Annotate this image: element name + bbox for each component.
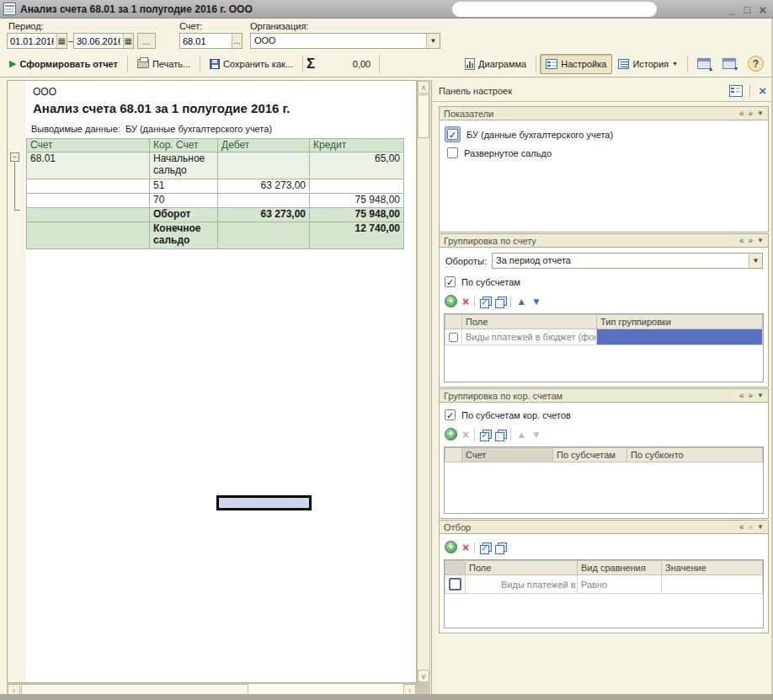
account-input[interactable] [180, 34, 232, 48]
table-row[interactable]: 68.01 Начальное сальдо 65,00 [27, 152, 404, 179]
table-row[interactable]: 70 75 948,00 [27, 194, 404, 208]
collapse-left-icon[interactable]: « [739, 522, 744, 532]
period-more-button[interactable]: ... [137, 33, 156, 49]
panel-settings-icon[interactable] [729, 85, 743, 97]
account-select-icon[interactable]: ... [232, 34, 242, 48]
indicator-expanded-balance-option[interactable]: Развернутое сальдо [447, 147, 552, 158]
minimize-button[interactable]: _ [729, 3, 735, 16]
move-up-icon-disabled: ▲ [516, 430, 526, 440]
report-vertical-scrollbar[interactable]: ∧ ∨ [417, 80, 430, 683]
selected-checkbox-highlight: ✓ [445, 126, 461, 142]
by-corr-subaccounts-option[interactable]: ✓ По субсчетам кор. счетов [445, 409, 571, 420]
section-filter-header[interactable]: Отбор « » ▼ [439, 520, 769, 534]
expanded-balance-label: Развернутое сальдо [464, 148, 552, 158]
autosum-icon[interactable]: Σ [307, 56, 315, 72]
organization-combo[interactable]: ООО ▼ [250, 33, 440, 49]
expand-right-icon[interactable]: » [749, 391, 754, 400]
save-as-button[interactable]: Сохранить как... [204, 54, 299, 74]
table-row[interactable]: Виды платежей в ... Равно [445, 575, 763, 594]
collapse-section-icon[interactable]: ▼ [757, 110, 764, 117]
collapse-left-icon[interactable]: « [739, 109, 744, 118]
check-all-icon[interactable]: ✓ [480, 542, 490, 553]
table-row[interactable]: Виды платежей в бюджет (фонд... [445, 329, 763, 345]
add-icon[interactable]: + [445, 428, 457, 441]
settings-button[interactable]: Настройка [540, 54, 612, 74]
history-button[interactable]: История ▼ [612, 54, 684, 74]
expand-right-icon[interactable]: » [749, 109, 754, 118]
period-from-field[interactable]: ▦ [7, 33, 67, 49]
by-corr-subaccounts-checkbox[interactable]: ✓ [445, 409, 456, 420]
title-redaction [452, 2, 657, 17]
collapse-left-icon[interactable]: « [739, 236, 744, 245]
scroll-down-icon[interactable]: ∨ [418, 670, 429, 682]
close-button[interactable]: × [759, 3, 766, 17]
delete-icon[interactable]: × [462, 542, 469, 553]
vscroll-thumb[interactable] [418, 94, 429, 138]
by-subaccounts-checkbox[interactable]: ✓ [445, 276, 456, 287]
report-area: − ООО Анализ счета 68.01 за 1 полугодие … [7, 80, 417, 683]
group-account-table: Поле Тип группировки Виды платежей в бюд… [445, 314, 763, 345]
collapse-left-icon[interactable]: « [739, 391, 744, 400]
combo-arrow-icon[interactable]: ▼ [749, 254, 762, 268]
row-grouping-margin: − [8, 81, 26, 682]
selected-grouping-type-cell[interactable] [597, 329, 763, 345]
help-button[interactable]: ? [742, 54, 770, 74]
maximize-button[interactable]: □ [744, 3, 750, 16]
run-icon: ▶ [9, 58, 16, 69]
add-icon[interactable]: + [445, 541, 457, 553]
period-to-input[interactable] [74, 34, 123, 48]
collapse-section-icon[interactable]: ▼ [757, 523, 764, 531]
uncheck-all-icon[interactable] [495, 542, 505, 553]
table-row-total[interactable]: Оборот 63 273,00 75 948,00 [27, 208, 404, 222]
row-checkbox[interactable] [449, 333, 458, 342]
panel-close-icon[interactable]: × [759, 83, 766, 98]
filter-table-wrap: Поле Вид сравнения Значение Виды платеже… [444, 559, 764, 628]
filter-bar: Период: Счет: Организация: ▦ – ▦ ... ...… [0, 19, 773, 51]
uncheck-all-icon[interactable] [495, 297, 505, 307]
move-up-icon[interactable]: ▲ [516, 297, 526, 307]
period-to-field[interactable]: ▦ [73, 33, 134, 49]
filter-row-checkbox[interactable] [449, 578, 461, 590]
selected-cell-highlight[interactable] [216, 495, 312, 510]
section-group-by-corr-header[interactable]: Группировка по кор. счетам « » ▼ [439, 388, 769, 403]
save-settings-button[interactable] [717, 54, 742, 74]
collapse-group-icon[interactable]: − [10, 152, 19, 162]
print-button[interactable]: Печать... [131, 54, 196, 74]
diagram-button[interactable]: Диаграмма [459, 54, 532, 74]
table-row-total[interactable]: Конечное сальдо 12 740,00 [27, 222, 404, 249]
collapse-section-icon[interactable]: ▼ [757, 392, 764, 399]
table-row[interactable]: 51 63 273,00 [27, 179, 404, 194]
check-all-icon[interactable]: ✓ [480, 297, 490, 307]
expanded-balance-checkbox[interactable] [447, 147, 458, 158]
settings-panel-title: Панель настроек [439, 86, 512, 96]
bu-checkbox[interactable]: ✓ [447, 129, 458, 140]
group-corr-toolbar: + × ✓ ▲ ▼ [445, 428, 541, 441]
delete-icon[interactable]: × [462, 296, 469, 307]
calendar-icon[interactable]: ▦ [56, 34, 67, 48]
load-settings-button[interactable] [691, 54, 717, 74]
move-down-icon[interactable]: ▼ [531, 297, 541, 307]
title-bar: Анализ счета 68.01 за 1 полугодие 2016 г… [0, 0, 773, 19]
section-indicators-header[interactable]: Показатели « » ▼ [439, 106, 769, 120]
scroll-up-icon[interactable]: ∧ [418, 81, 429, 94]
generate-report-button[interactable]: ▶ Сформировать отчет [3, 54, 124, 74]
collapse-section-icon[interactable]: ▼ [757, 237, 764, 244]
window-title: Анализ счета 68.01 за 1 полугодие 2016 г… [20, 3, 253, 15]
by-corr-subaccounts-label: По субсчетам кор. счетов [461, 410, 571, 420]
add-icon[interactable]: + [445, 295, 457, 307]
by-subaccounts-option[interactable]: ✓ По субсчетам [445, 276, 520, 287]
check-all-icon[interactable]: ✓ [480, 430, 490, 440]
section-group-by-account-header[interactable]: Группировка по счету « » ▼ [439, 233, 769, 248]
indicator-bu-option[interactable]: ✓ БУ (данные бухгалтерского учета) [445, 126, 613, 142]
by-subaccounts-label: По субсчетам [461, 277, 520, 287]
calendar-icon[interactable]: ▦ [123, 34, 133, 48]
save-settings-icon [722, 58, 736, 69]
turnovers-combo[interactable]: За период отчета ▼ [492, 253, 763, 269]
account-field[interactable]: ... [179, 33, 243, 49]
combo-arrow-icon[interactable]: ▼ [426, 34, 440, 48]
period-from-input[interactable] [8, 34, 56, 48]
uncheck-all-icon[interactable] [495, 430, 505, 440]
period-label: Период: [8, 21, 44, 31]
window-bottom-edge [0, 694, 773, 700]
expand-right-icon[interactable]: » [749, 236, 754, 245]
